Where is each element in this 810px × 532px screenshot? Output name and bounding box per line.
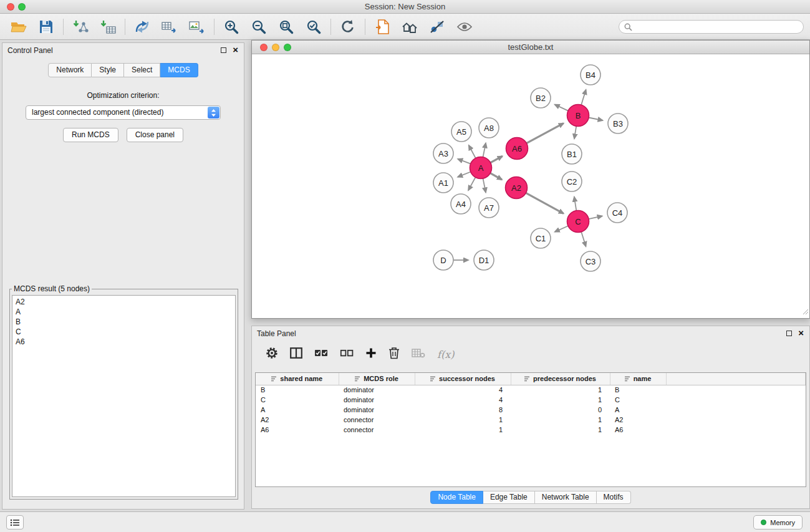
column-header-shared-name[interactable]: shared name: [256, 373, 339, 385]
memory-button[interactable]: Memory: [753, 515, 803, 530]
graph-edge-A-A2[interactable]: [490, 173, 502, 180]
zoom-selected-button[interactable]: [300, 16, 327, 38]
table-settings-button[interactable]: [266, 347, 278, 362]
graph-edge-C-C4[interactable]: [589, 216, 602, 219]
graph-edge-A-A5[interactable]: [469, 145, 476, 158]
graph-node-B1[interactable]: B1: [562, 144, 582, 164]
tab-mcds[interactable]: MCDS: [160, 63, 198, 77]
search-input[interactable]: [635, 22, 798, 31]
graph-edge-B-B3[interactable]: [589, 118, 602, 121]
close-window-button[interactable]: [7, 3, 14, 11]
graphics-details-button[interactable]: [423, 16, 451, 38]
graph-edge-A6-B[interactable]: [526, 123, 563, 143]
graph-node-B4[interactable]: B4: [581, 65, 600, 85]
close-panel-icon[interactable]: ×: [233, 47, 238, 53]
graph-node-C2[interactable]: C2: [562, 172, 582, 191]
graph-node-A7[interactable]: A7: [479, 198, 499, 218]
export-network-button[interactable]: [128, 16, 156, 38]
graph-edge-C-C3[interactable]: [581, 232, 586, 246]
network-graph[interactable]: B4B2BB3A5A8A6A3B1AC2A1A2A4A7C4CC1DD1C3: [252, 54, 809, 318]
graph-node-A2[interactable]: A2: [506, 177, 528, 199]
table-row[interactable]: A2connector11A2: [256, 415, 806, 425]
export-image-button[interactable]: [183, 16, 211, 38]
graph-edge-A2-C[interactable]: [526, 193, 563, 213]
optimization-criterion-dropdown[interactable]: largest connected component (directed): [26, 105, 221, 120]
graph-edge-A-A4[interactable]: [468, 177, 475, 190]
table-row[interactable]: Bdominator41B: [256, 385, 806, 395]
graph-node-A5[interactable]: A5: [451, 122, 471, 142]
result-item[interactable]: A: [16, 307, 232, 317]
search-field[interactable]: [619, 20, 804, 34]
graph-node-A4[interactable]: A4: [451, 194, 471, 214]
result-item[interactable]: C: [16, 327, 232, 337]
graph-node-A8[interactable]: A8: [479, 118, 499, 138]
mcds-result-list[interactable]: A2ABCA6: [12, 295, 236, 497]
close-panel-button[interactable]: Close panel: [127, 128, 183, 142]
graph-edge-C-C2[interactable]: [574, 197, 576, 211]
graph-edge-B-B2[interactable]: [555, 105, 568, 111]
column-header-name[interactable]: name: [610, 373, 666, 385]
tab-style[interactable]: Style: [92, 63, 124, 77]
session-file-button[interactable]: [369, 16, 396, 38]
tab-node-table[interactable]: Node Table: [430, 491, 483, 504]
run-mcds-button[interactable]: Run MCDS: [63, 128, 118, 142]
graph-node-C[interactable]: C: [567, 211, 589, 233]
graph-node-B3[interactable]: B3: [608, 114, 628, 133]
float-panel-button[interactable]: [221, 47, 226, 53]
unselect-all-columns-button[interactable]: [340, 349, 354, 360]
column-header-mcds-role[interactable]: MCDS role: [339, 373, 415, 385]
function-builder-button[interactable]: f(x): [437, 349, 454, 360]
graph-edge-B-B1[interactable]: [574, 126, 576, 138]
toggle-visibility-button[interactable]: [451, 16, 478, 38]
tab-motifs[interactable]: Motifs: [597, 491, 631, 504]
open-session-button[interactable]: [5, 16, 32, 38]
graph-node-A[interactable]: A: [470, 157, 492, 179]
graph-edge-B-B4[interactable]: [581, 90, 586, 105]
table-row[interactable]: Adominator80A: [256, 405, 806, 415]
tab-network-table[interactable]: Network Table: [535, 491, 597, 504]
graph-node-D1[interactable]: D1: [474, 250, 494, 270]
graph-node-D[interactable]: D: [433, 250, 453, 270]
graph-edge-A-A8[interactable]: [483, 143, 486, 157]
result-item[interactable]: B: [16, 317, 232, 327]
show-columns-button[interactable]: [290, 347, 302, 361]
task-history-button[interactable]: [6, 515, 24, 530]
refresh-button[interactable]: [334, 16, 362, 38]
table-row[interactable]: Cdominator41C: [256, 395, 806, 405]
graph-edge-A-A1[interactable]: [458, 172, 471, 177]
window-resize-grip[interactable]: [801, 306, 809, 317]
graph-node-C4[interactable]: C4: [607, 203, 627, 223]
import-table-button[interactable]: [94, 16, 122, 38]
network-close-button[interactable]: [260, 44, 268, 51]
tab-network[interactable]: Network: [48, 63, 92, 77]
graph-edge-C-C1[interactable]: [555, 226, 568, 232]
save-session-button[interactable]: [32, 16, 60, 38]
zoom-window-button[interactable]: [18, 3, 26, 11]
network-minimize-button[interactable]: [272, 44, 279, 51]
graph-node-C1[interactable]: C1: [531, 228, 551, 248]
result-item[interactable]: A2: [16, 297, 232, 307]
close-table-panel-icon[interactable]: ×: [798, 330, 804, 336]
column-header-predecessor-nodes[interactable]: predecessor nodes: [511, 373, 610, 385]
graph-node-B2[interactable]: B2: [531, 88, 551, 108]
zoom-in-button[interactable]: [218, 16, 245, 38]
network-zoom-button[interactable]: [284, 44, 291, 51]
column-header-successor-nodes[interactable]: successor nodes: [415, 373, 511, 385]
select-all-columns-button[interactable]: [314, 349, 328, 360]
zoom-out-button[interactable]: [245, 16, 272, 38]
result-item[interactable]: A6: [16, 337, 232, 347]
graph-node-C3[interactable]: C3: [581, 251, 600, 271]
graph-node-A1[interactable]: A1: [433, 173, 453, 193]
zoom-fit-button[interactable]: [272, 16, 300, 38]
delete-column-button[interactable]: [388, 347, 400, 362]
home-button[interactable]: [396, 16, 423, 38]
float-table-panel-button[interactable]: [786, 331, 792, 336]
tab-select[interactable]: Select: [124, 63, 160, 77]
export-table-button[interactable]: [156, 16, 183, 38]
graph-node-A3[interactable]: A3: [433, 143, 453, 163]
graph-edge-A-A7[interactable]: [483, 178, 486, 192]
graph-edge-A-A6[interactable]: [490, 157, 502, 163]
graph-node-B[interactable]: B: [567, 105, 589, 127]
tab-edge-table[interactable]: Edge Table: [483, 491, 535, 504]
network-canvas[interactable]: B4B2BB3A5A8A6A3B1AC2A1A2A4A7C4CC1DD1C3: [252, 54, 809, 318]
